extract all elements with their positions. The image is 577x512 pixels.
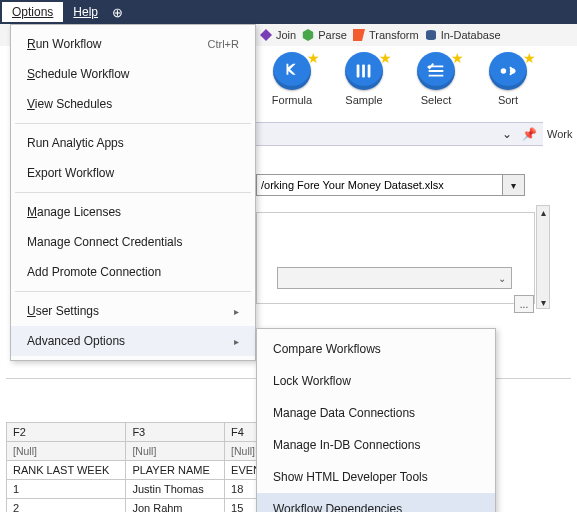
category-transform[interactable]: Transform	[353, 29, 419, 41]
favorite-icon: ★	[451, 50, 464, 66]
menubar: Options Help ⊕	[0, 0, 577, 24]
menu-view-schedules[interactable]: View Schedules View Schedules	[11, 89, 255, 119]
submenu-show-html-developer-tools[interactable]: Show HTML Developer Tools	[257, 461, 495, 493]
submenu-lock-workflow[interactable]: Lock Workflow	[257, 365, 495, 397]
menu-schedule-workflow[interactable]: Schedule Workflow Schedule Workflow	[11, 59, 255, 89]
select-icon	[417, 52, 455, 90]
table-row[interactable]: RANK LAST WEEK PLAYER NAME EVEN	[7, 461, 272, 480]
parse-icon	[302, 29, 314, 41]
svg-rect-8	[368, 65, 371, 78]
scroll-up-icon[interactable]: ▴	[538, 207, 548, 217]
submenu-workflow-dependencies[interactable]: Workflow Dependencies	[257, 493, 495, 512]
menu-separator	[15, 192, 251, 193]
menu-manage-connect-credentials[interactable]: Manage Connect Credentials	[11, 227, 255, 257]
browse-button[interactable]: ...	[514, 295, 534, 313]
scrollbar[interactable]: ▴ ▾	[536, 205, 550, 309]
panel-header: ⌄ 📌	[256, 122, 543, 146]
menu-advanced-options[interactable]: Advanced Options ▸	[11, 326, 255, 356]
tool-sort[interactable]: ★ Sort	[482, 52, 534, 116]
svg-rect-7	[362, 65, 365, 78]
file-path-input[interactable]	[256, 174, 503, 196]
file-path-dropdown-icon[interactable]: ▾	[503, 174, 525, 196]
file-path-combo[interactable]: ▾	[256, 174, 525, 196]
right-panel-tab[interactable]: Work	[543, 122, 577, 146]
menu-manage-licenses[interactable]: Manage Licenses Manage Licenses	[11, 197, 255, 227]
menu-separator	[15, 291, 251, 292]
svg-marker-0	[260, 29, 272, 41]
category-join[interactable]: Join	[260, 29, 296, 41]
table-row[interactable]: 1 Justin Thomas 18	[7, 480, 272, 499]
tool-formula[interactable]: ★ Formula	[266, 52, 318, 116]
menu-export-workflow[interactable]: Export Workflow	[11, 158, 255, 188]
col-header[interactable]: F3	[126, 423, 225, 442]
favorite-icon: ★	[523, 50, 536, 66]
tool-sample[interactable]: ★ Sample	[338, 52, 390, 116]
sort-icon	[489, 52, 527, 90]
menu-user-settings[interactable]: User Settings User Settings ▸	[11, 296, 255, 326]
menu-add-promote-connection[interactable]: Add Promote Connection	[11, 257, 255, 287]
database-icon	[425, 29, 437, 41]
language-icon[interactable]: ⊕	[112, 5, 123, 20]
expand-icon[interactable]: ⌄	[497, 125, 517, 143]
advanced-options-submenu: Compare Workflows Lock Workflow Manage D…	[256, 328, 496, 512]
table-header-row: F2 F3 F4	[7, 423, 272, 442]
table-null-row: [Null] [Null] [Null]	[7, 442, 272, 461]
list-area: ⌄ ... ▴ ▾	[256, 212, 535, 304]
svg-marker-2	[353, 29, 365, 41]
svg-point-5	[426, 36, 436, 40]
formula-icon	[273, 52, 311, 90]
pin-icon[interactable]: 📌	[519, 125, 539, 143]
category-parse[interactable]: Parse	[302, 29, 347, 41]
menu-run-workflow[interactable]: RRun Workflowun Workflow Ctrl+R	[11, 29, 255, 59]
svg-rect-6	[357, 65, 360, 78]
options-dropdown: RRun Workflowun Workflow Ctrl+R Schedule…	[10, 24, 256, 361]
transform-icon	[353, 29, 365, 41]
data-table: F2 F3 F4 [Null] [Null] [Null] RANK LAST …	[6, 422, 272, 512]
menu-help[interactable]: Help	[63, 2, 108, 22]
tool-select[interactable]: ★ Select	[410, 52, 462, 116]
favorite-icon: ★	[379, 50, 392, 66]
chevron-right-icon: ▸	[234, 306, 239, 317]
menu-run-analytic-apps[interactable]: Run Analytic Apps	[11, 128, 255, 158]
inner-combo[interactable]: ⌄	[277, 267, 512, 289]
submenu-manage-data-connections[interactable]: Manage Data Connections	[257, 397, 495, 429]
null-label: [Null]	[126, 442, 225, 461]
submenu-compare-workflows[interactable]: Compare Workflows	[257, 333, 495, 365]
table-row[interactable]: 2 Jon Rahm 15	[7, 499, 272, 513]
svg-marker-1	[303, 29, 313, 41]
menu-options[interactable]: Options	[2, 2, 63, 22]
join-icon	[260, 29, 272, 41]
null-label: [Null]	[7, 442, 126, 461]
menu-separator	[15, 123, 251, 124]
col-header[interactable]: F2	[7, 423, 126, 442]
chevron-down-icon: ⌄	[493, 273, 511, 284]
svg-point-9	[501, 68, 507, 74]
favorite-icon: ★	[307, 50, 320, 66]
tool-ribbon: ★ Formula ★ Sample ★ Select ★ Sort	[256, 46, 577, 116]
category-indatabase[interactable]: In-Database	[425, 29, 501, 41]
sample-icon	[345, 52, 383, 90]
chevron-right-icon: ▸	[234, 336, 239, 347]
scroll-down-icon[interactable]: ▾	[538, 297, 548, 307]
submenu-manage-indb-connections[interactable]: Manage In-DB Connections	[257, 429, 495, 461]
